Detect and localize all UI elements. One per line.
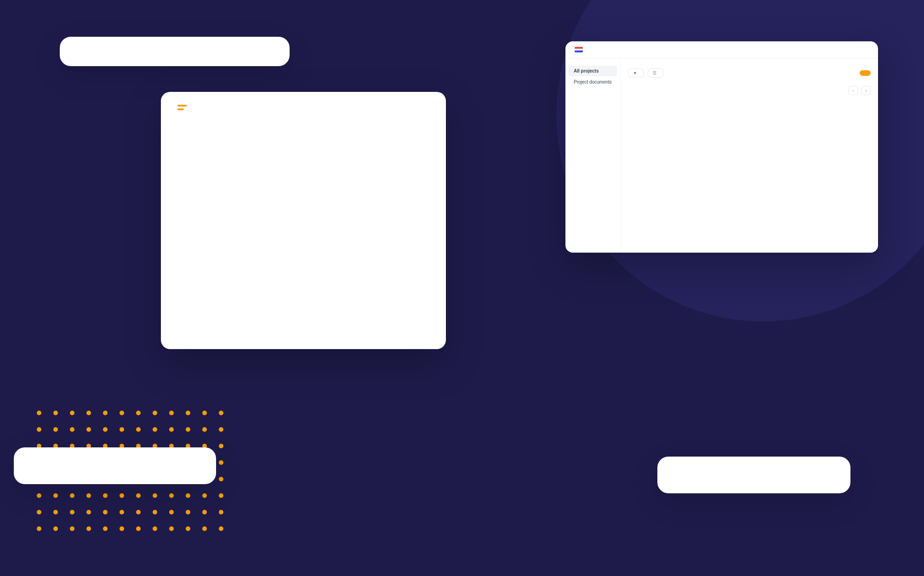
- display-information-card: [14, 447, 216, 484]
- scale-projects-card: [657, 457, 850, 493]
- pm-header: [565, 41, 878, 58]
- pm-main: ▼ ☰ ‹ ›: [621, 58, 878, 253]
- pm-sidebar: All projects Project documents: [565, 58, 621, 253]
- sidebar-item-all-projects[interactable]: All projects: [568, 66, 617, 76]
- add-new-project-button[interactable]: [860, 70, 871, 76]
- sidebar-item-project-docs[interactable]: Project documents: [568, 77, 617, 87]
- logo-line-2: [177, 108, 184, 110]
- next-page-button[interactable]: ›: [861, 86, 871, 95]
- prev-page-button[interactable]: ‹: [849, 86, 858, 95]
- filter-icon: ▼: [633, 71, 637, 75]
- pm-toolbar-left: ▼ ☰: [628, 68, 663, 78]
- project-management-window: All projects Project documents ▼ ☰: [565, 41, 878, 253]
- create-dashboards-card: [60, 37, 290, 66]
- filter-resets-button[interactable]: ▼: [628, 68, 644, 78]
- preferences-button[interactable]: ☰: [648, 68, 663, 78]
- preferences-icon: ☰: [653, 71, 656, 75]
- logo-line-1: [177, 105, 187, 107]
- flag-icon: [575, 47, 583, 52]
- pm-pagination: ‹ ›: [628, 86, 871, 95]
- logo-lines: [177, 105, 187, 110]
- app-window: [161, 92, 446, 349]
- pm-toolbar: ▼ ☰: [628, 68, 871, 78]
- pm-sidebar-overview-label: [565, 62, 620, 65]
- welcome-text: [161, 118, 446, 130]
- app-header: [161, 92, 446, 118]
- logo: [177, 105, 190, 110]
